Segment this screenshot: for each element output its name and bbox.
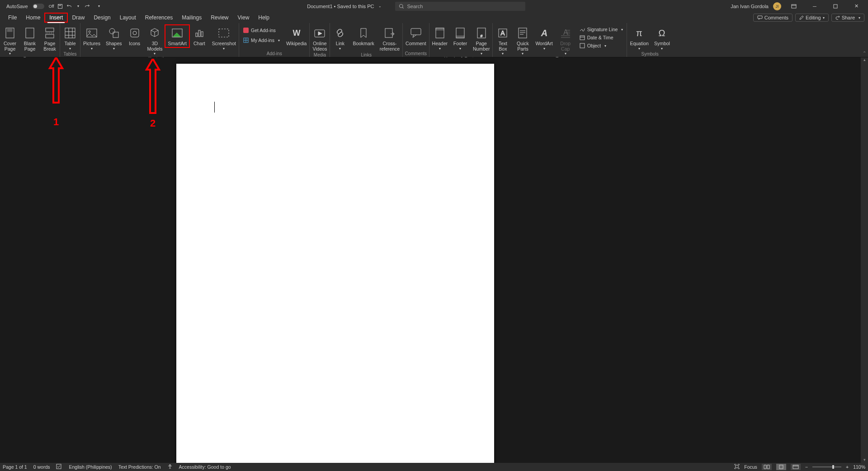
symbol-button[interactable]: ΩSymbol▾ [651,25,673,52]
equation-button[interactable]: πEquation▾ [627,25,651,52]
wikipedia-button[interactable]: WWikipedia [283,25,310,47]
tab-file[interactable]: File [4,13,21,22]
footer-button[interactable]: Footer▾ [450,25,470,52]
icons-button[interactable]: Icons [125,25,145,47]
tab-references[interactable]: References [141,13,177,22]
svg-text:A: A [540,28,547,38]
redo-icon[interactable] [84,3,90,9]
svg-rect-4 [834,5,837,8]
cross-reference-button[interactable]: Cross-reference [377,25,402,52]
page-break-button[interactable]: PageBreak [40,25,60,52]
document-area[interactable] [0,57,861,463]
maximize-icon[interactable] [827,0,844,12]
search-input[interactable]: Search [395,2,525,11]
status-predictions[interactable]: Text Predictions: On [118,464,161,470]
status-accessibility[interactable]: Accessibility: Good to go [179,464,231,470]
svg-rect-15 [113,32,118,38]
share-button[interactable]: Share▾ [831,14,864,22]
link-button[interactable]: Link▾ [330,25,350,52]
print-layout-button[interactable] [776,464,786,470]
annotation-arrow-1: 1 [45,57,67,128]
addins-icon [243,37,249,43]
svg-rect-16 [131,29,139,37]
tab-layout[interactable]: Layout [115,13,141,22]
ribbon: CoverPage▾ BlankPage PageBreak Pages Tab… [0,23,868,57]
document-title[interactable]: Document1 • Saved to this PC [307,4,374,9]
collapse-ribbon-icon[interactable]: ⌃ [863,51,866,56]
tab-help[interactable]: Help [254,13,274,22]
group-addins-label: Add-ins [239,51,309,57]
page[interactable] [176,64,494,463]
doc-title-dropdown-icon[interactable]: ⌄ [378,4,382,8]
read-mode-button[interactable] [762,464,772,470]
search-icon [399,4,404,9]
tab-review[interactable]: Review [206,13,233,22]
svg-point-2 [400,4,403,8]
scroll-down-icon[interactable]: ▾ [861,457,868,463]
zoom-in-button[interactable]: + [846,464,849,470]
minimize-icon[interactable]: ─ [807,0,823,12]
table-button[interactable]: Table▾ [60,25,80,52]
tab-home[interactable]: Home [21,13,45,22]
header-button[interactable]: Header▾ [429,25,450,52]
undo-dropdown-icon[interactable]: ▾ [75,3,81,9]
page-number-button[interactable]: #PageNumber▾ [470,25,492,57]
group-pages: CoverPage▾ BlankPage PageBreak Pages [0,23,60,57]
tab-design[interactable]: Design [89,13,115,22]
shapes-button[interactable]: Shapes▾ [103,25,125,52]
text-box-button[interactable]: ATextBox▾ [493,25,513,57]
svg-rect-21 [201,32,203,37]
zoom-level[interactable]: 110% [853,464,865,470]
date-time-button[interactable]: Date & Time [577,34,625,41]
status-page[interactable]: Page 1 of 1 [3,464,27,470]
bookmark-button[interactable]: Bookmark [350,25,377,47]
user-name[interactable]: Jan Ivan Gordola [731,4,769,9]
get-addins-button[interactable]: Get Add-ins [241,27,282,34]
status-words[interactable]: 0 words [33,464,50,470]
undo-icon[interactable] [66,3,72,9]
ribbon-display-icon[interactable] [786,0,802,12]
autosave-toggle[interactable] [33,4,44,9]
save-icon[interactable] [57,3,63,9]
avatar[interactable]: JI [773,2,781,10]
qat-customize-icon[interactable]: ▾ [96,3,102,9]
wordart-button[interactable]: AWordArt▾ [533,25,555,52]
blank-page-button[interactable]: BlankPage [20,25,40,52]
drop-cap-button[interactable]: ADropCap▾ [556,25,576,57]
close-icon[interactable]: ✕ [848,0,864,12]
tab-mailings[interactable]: Mailings [177,13,206,22]
smartart-button[interactable]: SmartArt [165,25,189,47]
svg-rect-28 [411,28,421,35]
ribbon-tabs: File Home Insert Draw Design Layout Refe… [0,12,868,23]
svg-rect-9 [46,28,54,32]
comments-button[interactable]: Comments [753,14,793,22]
pictures-button[interactable]: Pictures▾ [80,25,103,52]
vertical-scrollbar[interactable]: ▴ ▾ [861,57,868,463]
zoom-out-button[interactable]: − [805,464,808,470]
screenshot-button[interactable]: Screenshot▾ [209,25,239,52]
status-language[interactable]: English (Philippines) [69,464,112,470]
group-illustrations: Pictures▾ Shapes▾ Icons 3DModels▾ SmartA… [80,23,239,57]
web-layout-button[interactable] [791,464,801,470]
object-button[interactable]: Object▾ [577,42,625,49]
spellcheck-icon[interactable] [56,464,62,470]
editing-button[interactable]: Editing▾ [795,14,829,22]
svg-rect-30 [436,28,444,30]
3d-models-button[interactable]: 3DModels▾ [145,25,165,57]
scroll-up-icon[interactable]: ▴ [861,57,868,63]
svg-text:W: W [292,28,300,38]
online-videos-button[interactable]: OnlineVideos [310,25,330,52]
zoom-slider[interactable] [812,466,841,467]
my-addins-button[interactable]: My Add-ins▾ [241,37,282,44]
tab-insert[interactable]: Insert [45,13,67,22]
status-focus[interactable]: Focus [744,464,757,470]
cover-page-button[interactable]: CoverPage▾ [0,25,20,57]
chart-button[interactable]: Chart [189,25,209,47]
quick-parts-button[interactable]: QuickParts▾ [513,25,533,57]
group-symbols: πEquation▾ ΩSymbol▾ Symbols [627,23,672,57]
tab-view[interactable]: View [233,13,254,22]
tab-draw[interactable]: Draw [67,13,89,22]
signature-line-button[interactable]: Signature Line▾ [577,26,625,33]
svg-point-45 [169,465,170,466]
comment-button[interactable]: Comment [403,25,429,47]
